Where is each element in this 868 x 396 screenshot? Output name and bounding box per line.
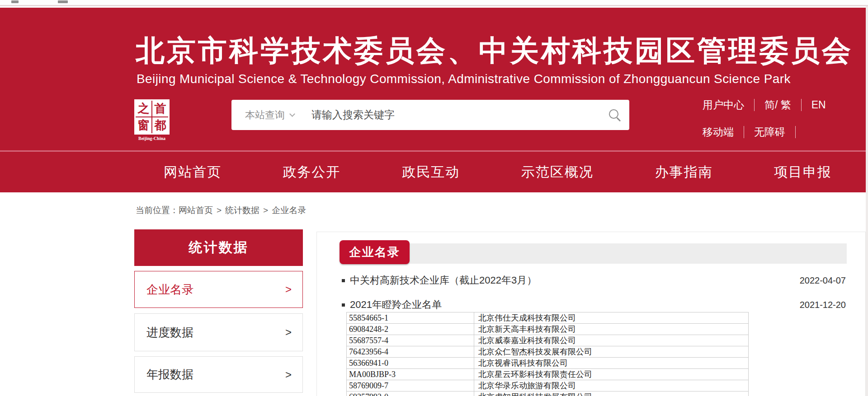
logo-char: 之 [136, 101, 151, 116]
browser-scrollbar[interactable] [866, 6, 868, 396]
company-name-cell: 北京新天高丰科技有限公司 [474, 324, 749, 335]
company-name-cell: 北京华录乐动旅游有限公司 [474, 380, 749, 391]
site-search-bar: 本站查询 [231, 100, 629, 130]
article-link[interactable]: 中关村高新技术企业库（截止2022年3月） [350, 274, 800, 287]
chevron-down-icon [289, 111, 295, 117]
nav-item-gov-disclosure[interactable]: 政务公开 [283, 163, 341, 182]
table-row: 55854665-1 北京伟仕天成科技有限公司 [347, 312, 749, 324]
company-id-cell: 76423956-4 [347, 346, 474, 358]
main-navbar: 网站首页 政务公开 政民互动 示范区概况 办事指南 项目申报 [0, 152, 868, 192]
search-input[interactable] [311, 109, 600, 121]
main-panel: 企业名录 中关村高新技术企业库（截止2022年3月） 2022-04-07 20… [316, 232, 866, 396]
mobile-link[interactable]: 移动端 [703, 125, 734, 139]
divider [744, 126, 744, 138]
logo-char: 窗 [136, 117, 151, 133]
bullet-icon [342, 279, 345, 282]
page: 北京市科学技术委员会、中关村科技园区管理委员会 Beijing Municipa… [0, 0, 868, 396]
logo-char: 首 [152, 101, 168, 116]
company-name-cell: 北京威泰嘉业科技有限公司 [474, 335, 749, 346]
company-table: 55854665-1 北京伟仕天成科技有限公司 69084248-2 北京新天高… [346, 312, 749, 396]
search-scope-dropdown[interactable]: 本站查询 [245, 108, 294, 122]
quick-links-row2: 移动端 无障碍 [703, 125, 806, 139]
company-name-cell: 北京视睿讯科技有限公司 [474, 358, 749, 369]
company-id-cell: 58769009-7 [347, 380, 474, 391]
nav-item-home[interactable]: 网站首页 [164, 163, 222, 182]
english-link[interactable]: EN [811, 99, 826, 111]
logo-char: 都 [152, 117, 168, 133]
logo-seal-icon: 之 首 窗 都 [134, 99, 170, 135]
sidebar-item-progress-data[interactable]: 进度数据 > [134, 313, 303, 351]
breadcrumb-home[interactable]: 网站首页 [179, 205, 213, 216]
company-id-cell: MA00BJBP-3 [347, 369, 474, 380]
table-row: MA00BJBP-3 北京星云环影科技有限责任公司 [347, 369, 749, 380]
search-scope-label: 本站查询 [245, 108, 285, 122]
article-link[interactable]: 2021年瞪羚企业名单 [350, 298, 800, 312]
divider [754, 99, 755, 111]
user-center-link[interactable]: 用户中心 [703, 98, 744, 112]
site-title-cn: 北京市科学技术委员会、中关村科技园区管理委员会 [136, 31, 853, 70]
table-row: 76423956-4 北京众仁智杰科技发展有限公司 [347, 346, 749, 358]
breadcrumb-separator: > [263, 205, 268, 215]
section-header-bar [342, 243, 847, 264]
article-date: 2022-04-07 [800, 275, 846, 286]
company-id-cell: 69357992-0 [347, 391, 474, 396]
accessibility-link[interactable]: 无障碍 [754, 125, 785, 139]
sidebar-item-annual-report-data[interactable]: 年报数据 > [134, 356, 303, 393]
article-date: 2021-12-20 [800, 300, 846, 310]
simplified-traditional-link[interactable]: 简/ 繁 [764, 98, 791, 112]
search-button[interactable] [600, 100, 629, 130]
breadcrumb: 当前位置： 网站首页 > 统计数据 > 企业名录 [136, 205, 306, 216]
nav-item-interaction[interactable]: 政民互动 [402, 163, 460, 182]
company-id-cell: 55854665-1 [347, 312, 474, 324]
chevron-right-icon: > [285, 283, 292, 296]
breadcrumb-label: 当前位置： [136, 205, 179, 216]
breadcrumb-statistics[interactable]: 统计数据 [225, 205, 259, 216]
nav-item-service-guide[interactable]: 办事指南 [655, 163, 712, 182]
bullet-icon [342, 303, 345, 307]
company-name-cell: 北京伟仕天成科技有限公司 [474, 312, 749, 324]
breadcrumb-separator: > [217, 205, 222, 215]
divider [795, 126, 796, 138]
table-row: 58769009-7 北京华录乐动旅游有限公司 [347, 380, 749, 391]
company-id-cell: 55687557-4 [347, 335, 474, 346]
site-title-en: Beijing Municipal Science & Technology C… [137, 72, 791, 86]
beijing-china-logo[interactable]: 之 首 窗 都 Beijing-China [134, 99, 170, 141]
sidebar-title: 统计数据 [134, 229, 303, 266]
sidebar-item-label: 进度数据 [146, 325, 193, 340]
search-icon [609, 109, 621, 121]
section-title-badge: 企业名录 [340, 240, 410, 264]
nav-item-zone-overview[interactable]: 示范区概况 [521, 163, 594, 182]
company-name-cell: 北京星云环影科技有限责任公司 [474, 369, 749, 380]
chevron-right-icon: > [285, 326, 292, 339]
logo-caption: Beijing-China [134, 136, 170, 141]
table-row: 55687557-4 北京威泰嘉业科技有限公司 [347, 335, 749, 346]
article-row: 2021年瞪羚企业名单 2021-12-20 [342, 298, 846, 312]
browser-tab-fragment-icon [58, 0, 68, 3]
chevron-right-icon: > [285, 368, 292, 381]
sidebar-item-label: 企业名录 [146, 282, 193, 298]
browser-top-strip [0, 0, 868, 6]
sidebar-item-company-directory[interactable]: 企业名录 > [134, 271, 303, 308]
divider [801, 99, 802, 111]
article-row: 中关村高新技术企业库（截止2022年3月） 2022-04-07 [342, 274, 846, 287]
company-id-cell: 69084248-2 [347, 324, 474, 335]
company-name-cell: 北京虎知用科科技发展有限公司 [474, 391, 749, 396]
table-row: 56366941-0 北京视睿讯科技有限公司 [347, 358, 749, 369]
masthead: 北京市科学技术委员会、中关村科技园区管理委员会 Beijing Municipa… [0, 8, 868, 150]
company-id-cell: 56366941-0 [347, 358, 474, 369]
breadcrumb-company-directory[interactable]: 企业名录 [272, 205, 306, 216]
table-row: 69084248-2 北京新天高丰科技有限公司 [347, 324, 749, 335]
table-row: 69357992-0 北京虎知用科科技发展有限公司 [347, 391, 749, 396]
browser-tab-fragment-icon [11, 0, 19, 3]
sidebar-item-label: 年报数据 [146, 367, 193, 382]
company-name-cell: 北京众仁智杰科技发展有限公司 [474, 346, 749, 358]
quick-links-row1: 用户中心 简/ 繁 EN [703, 98, 826, 112]
nav-item-project-application[interactable]: 项目申报 [774, 163, 832, 182]
